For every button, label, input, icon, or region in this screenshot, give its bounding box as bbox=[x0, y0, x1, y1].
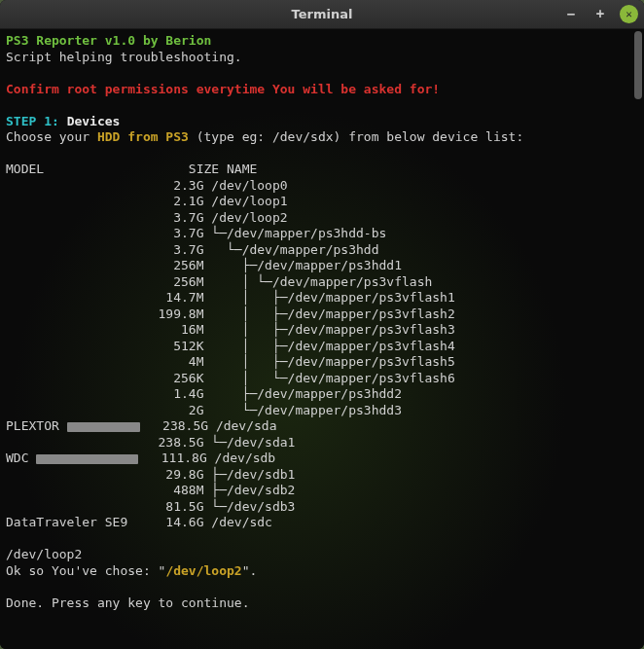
scrollbar[interactable] bbox=[634, 31, 642, 99]
app-name: PS3 Reporter v1.0 by Berion bbox=[6, 33, 211, 48]
terminal-output[interactable]: PS3 Reporter v1.0 by Berion Script helpi… bbox=[0, 29, 644, 649]
step-label: STEP 1: bbox=[6, 114, 67, 128]
window-title: Terminal bbox=[0, 7, 644, 21]
user-input: /dev/loop2 bbox=[6, 547, 82, 561]
done-line: Done. Press any key to continue. bbox=[6, 595, 249, 610]
confirm-suffix: ". bbox=[242, 563, 258, 578]
device-list: 2.3G /dev/loop0 2.1G /dev/loop1 3.7G /de… bbox=[6, 178, 455, 530]
confirm-value: /dev/loop2 bbox=[165, 563, 241, 578]
minimize-button[interactable]: − bbox=[561, 4, 581, 23]
table-header: MODEL SIZE NAME bbox=[6, 162, 257, 176]
close-button[interactable]: ✕ bbox=[620, 5, 638, 23]
step-title: Devices bbox=[67, 114, 121, 128]
maximize-button[interactable]: + bbox=[590, 4, 610, 23]
confirm-prefix: Ok so You've chose: " bbox=[6, 563, 165, 578]
terminal-window: Terminal − + ✕ PS3 Reporter v1.0 by Beri… bbox=[0, 0, 644, 649]
choose-suffix: (type eg: /dev/sdx) from below device li… bbox=[189, 129, 523, 144]
choose-prefix: Choose your bbox=[6, 129, 97, 144]
root-warning: Confirm root permissions everytime You w… bbox=[6, 82, 440, 96]
window-controls: − + ✕ bbox=[561, 4, 638, 23]
titlebar[interactable]: Terminal − + ✕ bbox=[0, 0, 644, 29]
tagline: Script helping troubleshooting. bbox=[6, 50, 242, 64]
choose-highlight: HDD from PS3 bbox=[97, 129, 189, 144]
